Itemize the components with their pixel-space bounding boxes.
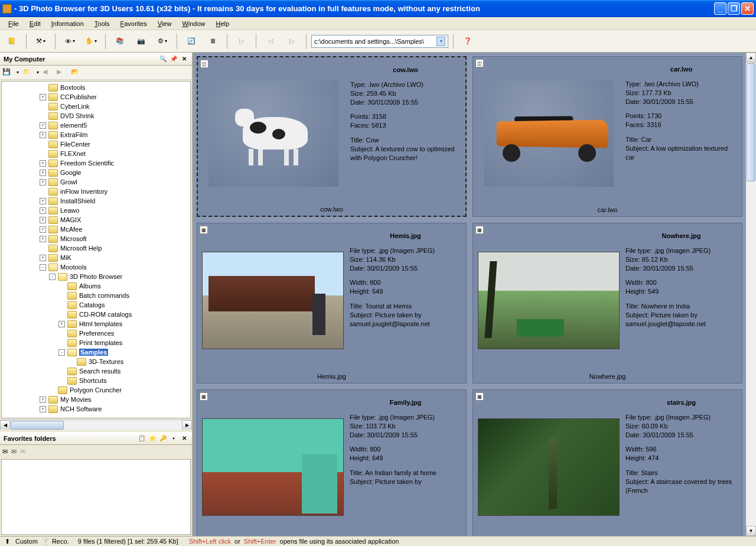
tree-item[interactable]: 3D-Textures	[2, 357, 190, 366]
tree-item[interactable]: +MAGIX	[2, 215, 190, 225]
tree-item[interactable]: +Google	[2, 168, 190, 177]
filetype-badge-icon: ▦	[475, 226, 484, 234]
menu-edit[interactable]: Edit	[25, 19, 45, 28]
tree-item[interactable]: +Html templates	[2, 319, 190, 329]
toolbar-help-icon[interactable]: ❓	[458, 32, 477, 50]
tree-item[interactable]: +My Movies	[2, 395, 190, 404]
content-vscrollbar[interactable]: ▲▼	[746, 53, 756, 536]
toolbar-hand-icon[interactable]: ✋▾	[82, 32, 100, 50]
minimize-button[interactable]: _	[714, 2, 726, 15]
toolbar-books-icon[interactable]: 📚	[110, 32, 129, 50]
thumbnail-card[interactable]: ◫cow.lwoType: .lwo (Archivo LWO) Size: 2…	[197, 56, 467, 217]
item-filename: Family.jpg	[350, 398, 461, 407]
maximize-button[interactable]: ❐	[728, 2, 740, 15]
thumbnail-card[interactable]: ▦Hemis.jpgFile type: .jpg (Imagen JPEG) …	[197, 223, 467, 384]
toolbar-eye-icon[interactable]: 👁▾	[60, 32, 79, 50]
add-fav-icon[interactable]: ⭐	[148, 434, 157, 443]
tree-item[interactable]: -Samples	[2, 347, 190, 357]
favorites-toolbar: ✉ ✉ ✉	[0, 445, 192, 458]
tree-item[interactable]: -Mootools	[2, 262, 190, 272]
tree-item[interactable]: Albums	[2, 281, 190, 291]
menu-window[interactable]: Window	[177, 19, 210, 28]
tree-item[interactable]: +ExtraFilm	[2, 130, 190, 139]
mail-dim-icon[interactable]: ✉	[20, 448, 25, 456]
filetype-badge-icon: ▦	[200, 392, 208, 401]
tree-item[interactable]: +CCPublisher	[2, 92, 190, 102]
tree-item[interactable]: +Microsoft	[2, 234, 190, 243]
tree-item[interactable]: FLEXnet	[2, 149, 190, 158]
status-info: 9 files (1 filtered) [1 sel: 259.45 Kb]	[78, 538, 178, 545]
note-icon[interactable]: 📋	[138, 434, 146, 443]
tree-item[interactable]: +Freedom Scientific	[2, 158, 190, 168]
app-icon	[2, 4, 12, 14]
drive-icon[interactable]: 💾	[2, 68, 13, 77]
thumbnail-card[interactable]: ▦Family.jpgFile type: .jpg (Imagen JPEG)…	[197, 389, 467, 536]
toolbar-camera-icon[interactable]: 📷	[132, 32, 151, 50]
tree-item[interactable]: +element5	[2, 121, 190, 130]
toolbar-tools-icon[interactable]: ⚒▾	[31, 32, 50, 50]
toolbar-back-icon[interactable]: ◁	[261, 32, 280, 50]
menu-tools[interactable]: Tools	[90, 19, 115, 28]
item-meta: Title: Tourist at Hemis Subject: Picture…	[350, 302, 461, 329]
toolbar-play-icon[interactable]: ▷	[232, 32, 251, 50]
panel-close-icon[interactable]: ✕	[180, 55, 188, 63]
tree-item[interactable]: -3D Photo Browser	[2, 272, 190, 281]
chevron-down-icon[interactable]: ▾	[436, 37, 445, 46]
tree-item[interactable]: Boxtools	[2, 83, 190, 92]
tree-item[interactable]: +MiK	[2, 253, 190, 262]
tree-item[interactable]: +Leawo	[2, 206, 190, 215]
toolbar-refresh-icon[interactable]: 🔄	[182, 32, 201, 50]
tree-item[interactable]: Polygon Cruncher	[2, 385, 190, 395]
tree-item[interactable]: Batch commands	[2, 291, 190, 300]
tree-item[interactable]: Microsoft Help	[2, 243, 190, 253]
tree-item[interactable]: Catalogs	[2, 300, 190, 310]
nav-fwd-icon[interactable]: ▶	[57, 68, 67, 77]
filetype-badge-icon: ▦	[475, 392, 484, 401]
thumbnail-card[interactable]: ▦stairs.jpgFile type: .jpg (Imagen JPEG)…	[472, 389, 742, 536]
close-button[interactable]: ✕	[741, 2, 754, 15]
tree-item[interactable]: CyberLink	[2, 102, 190, 111]
path-combobox[interactable]: c:\documents and settings...\Samples\ ▾	[311, 35, 448, 48]
favorites-list[interactable]	[1, 459, 191, 535]
pin-icon[interactable]: 📌	[170, 55, 178, 63]
nav-back-icon[interactable]: ◀	[43, 68, 53, 77]
tree-hscrollbar[interactable]: ◀▶	[0, 420, 192, 430]
box-icon[interactable]: ▪	[170, 434, 178, 443]
folder-tree[interactable]: Boxtools+CCPublisherCyberLinkDVD Shrink+…	[1, 81, 191, 418]
toolbar-forward-icon[interactable]: ▷	[282, 32, 301, 50]
search-icon[interactable]: 🔍	[159, 55, 167, 63]
tree-item[interactable]: +McAfee	[2, 225, 190, 234]
tree-item[interactable]: +InstallShield	[2, 196, 190, 206]
tree-item[interactable]: inFlow Inventory	[2, 187, 190, 196]
tree-item[interactable]: Shortcuts	[2, 376, 190, 385]
toolbar-gear-icon[interactable]: ⚙▾	[153, 32, 172, 50]
toolbar-catalog-icon[interactable]: 📒	[2, 32, 21, 50]
tree-item[interactable]: FileCenter	[2, 139, 190, 149]
mail-open-icon[interactable]: ✉	[11, 448, 17, 456]
tree-item[interactable]: Preferences	[2, 329, 190, 338]
thumbnail-card[interactable]: ◫car.lwoType: .lwo (Archivo LWO) Size: 1…	[472, 56, 742, 217]
menu-favorites[interactable]: Favorites	[115, 19, 151, 28]
tree-item[interactable]: Print templates	[2, 338, 190, 347]
key-icon[interactable]: 🔑	[159, 434, 167, 443]
thumbnail-card[interactable]: ▦Nowhere.jpgFile type: .jpg (Imagen JPEG…	[472, 223, 742, 384]
item-caption: Nowhere.jpg	[473, 371, 742, 383]
filetype-badge-icon: ◫	[200, 60, 208, 68]
menu-file[interactable]: File	[4, 19, 24, 28]
tree-item[interactable]: +NCH Software	[2, 404, 190, 414]
toolbar-list-icon[interactable]: ≣	[203, 32, 222, 50]
menu-view[interactable]: View	[153, 19, 177, 28]
item-meta: Title: Cow Subject: A textured cow to op…	[350, 136, 461, 162]
menu-information[interactable]: Information	[47, 19, 89, 28]
tree-item[interactable]: CD-ROM catalogs	[2, 310, 190, 319]
folder-icon[interactable]: 📁	[22, 68, 33, 77]
status-hint-b: Shift+Enter	[244, 538, 276, 545]
menu-help[interactable]: Help	[211, 19, 234, 28]
tree-item[interactable]: DVD Shrink	[2, 111, 190, 121]
tree-item[interactable]: +Growl	[2, 177, 190, 187]
up-folder-icon[interactable]: 📂	[71, 68, 82, 77]
fav-close-icon[interactable]: ✕	[180, 434, 188, 443]
toolbar: 📒 ⚒▾ 👁▾ ✋▾ 📚 📷 ⚙▾ 🔄 ≣ ▷ ◁ ▷ c:\documents…	[0, 30, 756, 53]
tree-item[interactable]: Search results	[2, 366, 190, 376]
mail-icon[interactable]: ✉	[2, 448, 8, 456]
